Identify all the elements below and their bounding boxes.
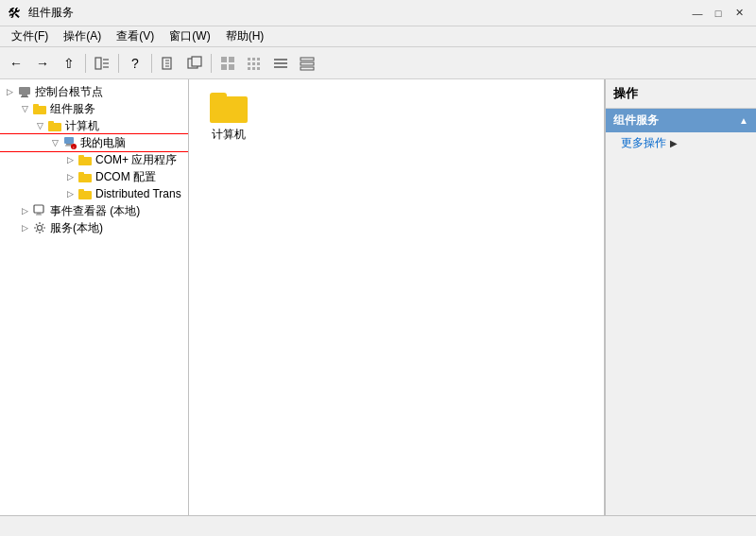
folder-icon-dist-trans [77,186,93,201]
tree-label-my-computer: 我的电脑 [77,135,126,151]
actions-section-title[interactable]: 组件服务 ▲ [606,109,756,132]
svg-rect-30 [22,95,27,96]
expander-dcom-config[interactable]: ▷ [62,169,77,184]
expander-my-computer[interactable]: ▽ [47,135,62,150]
tree-item-com-plus[interactable]: ▷ COM+ 应用程序 [0,151,188,168]
menu-bar: 文件(F) 操作(A) 查看(V) 窗口(W) 帮助(H) [0,26,756,47]
svg-rect-32 [64,137,74,144]
svg-rect-37 [34,205,43,213]
svg-rect-15 [252,58,255,61]
actions-section-label: 组件服务 [613,112,659,129]
center-item-label: 计算机 [212,127,246,143]
svg-rect-39 [36,215,42,216]
tb-view-small[interactable] [242,51,266,76]
app-icon: 🛠 [8,6,23,21]
tree-item-computers[interactable]: ▽ 计算机 [0,117,188,134]
tb-new-window[interactable] [182,51,207,76]
tb-view-list[interactable] [268,51,293,76]
tb-export[interactable] [156,51,180,76]
expander-event-viewer[interactable]: ▷ [17,203,32,218]
menu-help[interactable]: 帮助(H) [218,26,272,46]
expander-dist-trans[interactable]: ▷ [62,186,77,201]
tb-show-hide-tree[interactable] [90,51,114,76]
tree-item-dist-trans[interactable]: ▷ Distributed Trans [0,185,188,202]
tree-label-dcom-config: DCOM 配置 [93,169,156,185]
tb-view-large[interactable] [215,51,240,76]
svg-rect-31 [21,96,28,97]
more-actions[interactable]: 更多操作 ▶ [606,132,756,154]
svg-rect-33 [66,144,72,146]
tree-label-services: 服务(本地) [47,220,103,236]
menu-file[interactable]: 文件(F) [4,26,56,46]
console-icon [17,84,32,99]
tb-view-detail[interactable] [295,51,319,76]
status-bar [0,515,756,536]
close-button[interactable]: ✕ [730,4,748,23]
toolbar: ← → ⇧ ? [0,47,756,79]
svg-rect-14 [248,58,250,61]
svg-rect-17 [248,62,250,65]
svg-rect-11 [229,57,234,62]
svg-rect-0 [95,58,101,69]
folder-icon-computers [47,118,62,133]
svg-rect-18 [252,62,255,65]
tree-item-dcom-config[interactable]: ▷ DCOM 配置 [0,168,188,185]
tree-label-com-plus: COM+ 应用程序 [93,152,177,168]
svg-rect-38 [37,213,41,215]
expander-com-plus[interactable]: ▷ [62,152,77,167]
svg-rect-20 [248,67,250,70]
monitor-icon [32,203,47,218]
tb-back[interactable]: ← [4,51,28,76]
more-actions-arrow: ▶ [670,138,678,148]
folder-icon-dcom-config [77,169,93,184]
folder-icon-com-plus [77,152,93,167]
svg-rect-21 [252,67,255,70]
menu-view[interactable]: 查看(V) [109,26,162,46]
svg-text:!: ! [73,146,74,150]
svg-rect-27 [301,62,314,65]
tree-label-computers: 计算机 [62,118,99,134]
expander-component-services[interactable]: ▽ [17,101,32,116]
svg-rect-19 [257,62,260,65]
expander-services[interactable]: ▷ [17,220,32,235]
expander-console-root[interactable]: ▷ [2,84,17,99]
right-pane: 操作 组件服务 ▲ 更多操作 ▶ [605,79,756,515]
tree-label-console-root: 控制台根节点 [32,84,103,100]
tb-forward[interactable]: → [30,51,55,76]
expander-computers[interactable]: ▽ [32,118,47,133]
pc-icon: ! [62,135,77,150]
tree-item-event-viewer[interactable]: ▷ 事件查看器 (本地) [0,202,188,219]
tb-help[interactable]: ? [123,51,147,76]
more-actions-label: 更多操作 [621,135,666,151]
tree-item-services[interactable]: ▷ 服务(本地) [0,219,188,236]
window-title: 组件服务 [28,5,74,21]
menu-action[interactable]: 操作(A) [56,26,109,46]
tree-label-dist-trans: Distributed Trans [93,187,181,200]
title-bar: 🛠 组件服务 — □ ✕ [0,0,756,26]
svg-point-40 [38,226,43,231]
svg-rect-16 [257,58,260,61]
title-bar-left: 🛠 组件服务 [8,5,74,21]
tb-sep3 [151,54,152,73]
tb-sep2 [118,54,119,73]
restore-button[interactable]: □ [709,4,728,23]
svg-rect-10 [221,57,227,62]
title-controls[interactable]: — □ ✕ [688,4,748,23]
tree-label-component-services: 组件服务 [47,101,95,117]
minimize-button[interactable]: — [688,4,707,23]
svg-rect-13 [229,64,234,70]
tb-up[interactable]: ⇧ [57,51,81,76]
menu-window[interactable]: 窗口(W) [162,26,217,46]
svg-rect-12 [221,64,227,70]
tree-item-console-root[interactable]: ▷ 控制台根节点 [0,83,188,100]
tree-item-component-services[interactable]: ▽ 组件服务 [0,100,188,117]
svg-rect-22 [257,67,260,70]
tree-item-my-computer[interactable]: ▽ ! 我的电脑 [0,134,188,151]
svg-rect-28 [301,67,314,70]
main-area: ▷ 控制台根节点 ▽ 组件服务 ▽ 计算机 ▽ [0,79,756,515]
actions-header: 操作 [606,79,756,109]
tree-pane[interactable]: ▷ 控制台根节点 ▽ 组件服务 ▽ 计算机 ▽ [0,79,189,515]
folder-icon-component-services [32,101,47,116]
center-item-computers[interactable]: 计算机 [198,89,259,147]
center-pane[interactable]: 计算机 [189,79,605,515]
